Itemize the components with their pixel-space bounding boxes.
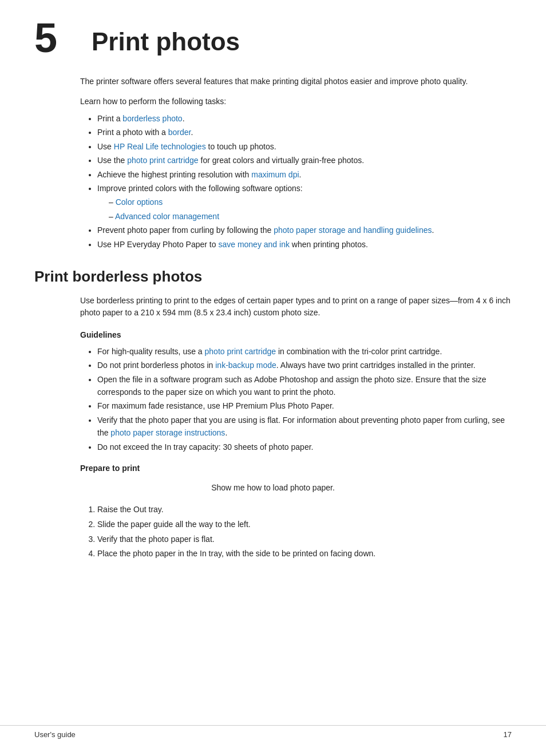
maximum-dpi-link[interactable]: maximum dpi bbox=[251, 170, 299, 179]
list-item: Color options bbox=[109, 196, 512, 208]
list-item: Do not exceed the In tray capacity: 30 s… bbox=[97, 441, 512, 453]
chapter-number: 5 bbox=[34, 17, 86, 58]
sub-options-list: Color options Advanced color management bbox=[109, 196, 512, 223]
list-item: Place the photo paper in the In tray, wi… bbox=[97, 547, 512, 561]
section1-title: Print borderless photos bbox=[34, 268, 512, 286]
guidelines-title: Guidelines bbox=[80, 330, 512, 339]
border-link[interactable]: border bbox=[168, 128, 191, 137]
list-item: Achieve the highest printing resolution … bbox=[97, 168, 512, 181]
borderless-photo-link[interactable]: borderless photo bbox=[122, 114, 182, 123]
hp-real-life-link[interactable]: HP Real Life technologies bbox=[114, 142, 206, 151]
list-item: For high-quality results, use a photo pr… bbox=[97, 345, 512, 358]
advanced-color-management-link[interactable]: Advanced color management bbox=[115, 212, 219, 221]
list-item: Slide the paper guide all the way to the… bbox=[97, 518, 512, 532]
list-item: Improve printed colors with the followin… bbox=[97, 182, 512, 223]
list-item: Verify that the photo paper that you are… bbox=[97, 414, 512, 440]
photo-paper-storage-instructions-link[interactable]: photo paper storage instructions bbox=[110, 428, 225, 437]
page: 5 Print photos The printer software offe… bbox=[0, 0, 546, 756]
guidelines-list: For high-quality results, use a photo pr… bbox=[97, 345, 512, 453]
list-item: Use HP Real Life technologies to touch u… bbox=[97, 140, 512, 153]
steps-list: Raise the Out tray. Slide the paper guid… bbox=[97, 503, 512, 561]
list-item: Raise the Out tray. bbox=[97, 503, 512, 517]
intro-paragraph1: The printer software offers several feat… bbox=[80, 76, 512, 88]
list-item: Print a photo with a border. bbox=[97, 126, 512, 138]
list-item: Verify that the photo paper is flat. bbox=[97, 533, 512, 547]
photo-paper-storage-link[interactable]: photo paper storage and handling guideli… bbox=[274, 225, 432, 235]
photo-print-cartridge-link[interactable]: photo print cartridge bbox=[127, 156, 199, 165]
list-item: Use HP Everyday Photo Paper to save mone… bbox=[97, 238, 512, 251]
list-item: Advanced color management bbox=[109, 210, 512, 223]
color-options-link[interactable]: Color options bbox=[116, 197, 163, 207]
tasks-label: Learn how to perform the following tasks… bbox=[80, 96, 512, 108]
chapter-header: 5 Print photos bbox=[34, 23, 512, 58]
footer-right: 17 bbox=[504, 730, 512, 739]
list-item: For maximum fade resistance, use HP Prem… bbox=[97, 399, 512, 412]
show-me-text: Show me how to load photo paper. bbox=[34, 482, 512, 494]
ink-backup-mode-link[interactable]: ink-backup mode bbox=[215, 361, 276, 370]
save-money-link[interactable]: save money and ink bbox=[218, 240, 290, 249]
photo-print-cartridge-guidelines-link[interactable]: photo print cartridge bbox=[205, 347, 276, 356]
prepare-to-print-title: Prepare to print bbox=[80, 464, 512, 473]
section1-intro: Use borderless printing to print to the … bbox=[80, 295, 512, 319]
list-item: Use the photo print cartridge for great … bbox=[97, 154, 512, 167]
list-item: Open the file in a software program such… bbox=[97, 373, 512, 399]
list-item: Print a borderless photo. bbox=[97, 112, 512, 125]
list-item: Do not print borderless photos in ink-ba… bbox=[97, 359, 512, 371]
list-item: Prevent photo paper from curling by foll… bbox=[97, 224, 512, 236]
task-list: Print a borderless photo. Print a photo … bbox=[97, 112, 512, 251]
chapter-title: Print photos bbox=[86, 23, 240, 56]
footer-left: User's guide bbox=[34, 730, 76, 739]
footer: User's guide 17 bbox=[0, 725, 546, 739]
